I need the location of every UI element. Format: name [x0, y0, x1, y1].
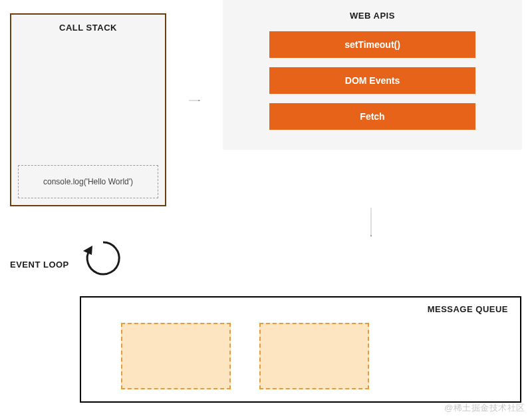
- stack-frame: console.log('Hello World'): [18, 165, 158, 198]
- call-stack-panel: CALL STACK console.log('Hello World'): [10, 13, 166, 206]
- event-loop-icon: [83, 238, 123, 278]
- api-dom-events: DOM Events: [269, 67, 475, 94]
- svg-marker-1: [199, 100, 200, 101]
- queue-slot: [259, 323, 369, 389]
- arrow-webapis-to-queue: [370, 150, 372, 295]
- call-stack-title: CALL STACK: [11, 15, 165, 33]
- api-fetch: Fetch: [269, 103, 475, 130]
- queue-slot: [121, 323, 231, 389]
- web-apis-title: WEB APIS: [243, 7, 502, 31]
- message-queue-panel: MESSAGE QUEUE: [80, 296, 521, 403]
- event-loop-label: EVENT LOOP: [10, 260, 69, 270]
- watermark: @稀土掘金技术社区: [444, 402, 525, 414]
- web-apis-panel: WEB APIS setTimeout() DOM Events Fetch: [223, 0, 522, 150]
- message-queue-title: MESSAGE QUEUE: [428, 304, 508, 314]
- arrow-callstack-to-webapis: [166, 100, 223, 101]
- svg-marker-3: [370, 235, 372, 236]
- api-settimeout: setTimeout(): [269, 31, 475, 58]
